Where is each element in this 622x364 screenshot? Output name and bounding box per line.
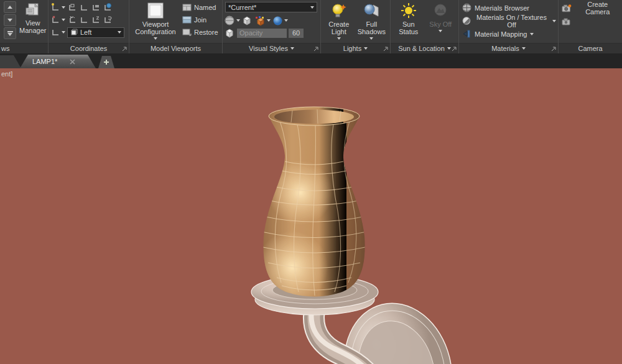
ucs-origin-icon[interactable]	[79, 2, 89, 12]
gallery-scroll-down-button[interactable]	[4, 14, 16, 26]
ucs-button[interactable]	[50, 2, 65, 12]
file-tab-lamp1[interactable]: LAMP1*	[20, 55, 96, 68]
opacity-slider[interactable]: Opacity	[237, 29, 287, 38]
view-manager-icon	[25, 2, 41, 17]
opacity-placeholder: Opacity	[239, 29, 262, 37]
create-light-button[interactable]: Create Light	[323, 1, 355, 42]
view-manager-label: View Manager	[19, 19, 46, 34]
coordinates-panel-label[interactable]: Coordinates	[49, 43, 129, 53]
full-shadows-icon	[363, 2, 380, 19]
panel-caret-icon	[364, 47, 368, 50]
visual-styles-panel-label[interactable]: Visual Styles	[223, 43, 320, 53]
visual-style-combobox[interactable]: *Current*	[225, 2, 317, 12]
ucs-3point-icon[interactable]	[103, 15, 113, 25]
materials-browser-button[interactable]: Materials Browser	[461, 1, 556, 14]
panel-launcher-icon[interactable]	[452, 47, 457, 52]
named-ucs-value: Left	[80, 29, 91, 36]
opacity-value[interactable]: 60	[289, 29, 304, 38]
edge-effects-button[interactable]	[254, 16, 271, 26]
restore-viewports-label: Restore	[194, 29, 218, 36]
restore-viewports-button[interactable]: Restore	[182, 26, 218, 39]
panel-visual-styles: *Current*	[223, 0, 321, 53]
dropdown-caret-icon	[154, 37, 157, 40]
new-tab-button[interactable]	[98, 56, 114, 68]
close-icon	[70, 59, 75, 65]
panel-launcher-icon[interactable]	[551, 47, 556, 52]
gallery-scroll-up-button[interactable]	[4, 1, 16, 13]
ucs-previous-icon[interactable]	[67, 15, 77, 25]
dropdown-caret-icon	[284, 19, 288, 22]
face-style-button[interactable]	[225, 16, 240, 26]
named-ucs-combobox[interactable]: Left	[67, 27, 124, 38]
dropdown-caret-icon	[369, 37, 373, 40]
ucs-cube-icon	[70, 29, 78, 36]
file-tab-partial[interactable]	[0, 55, 21, 68]
create-light-label: Create Light	[324, 20, 354, 35]
ribbon: View Manager ws	[0, 0, 622, 53]
view-manager-button[interactable]: View Manager	[18, 1, 47, 42]
viewport-configuration-button[interactable]: Viewport Configuration	[131, 1, 180, 41]
lighting-sphere-icon	[272, 16, 283, 26]
dropdown-caret-icon	[310, 6, 314, 9]
materials-sphere-icon	[462, 16, 471, 25]
materials-textures-toggle-label: Materials On / Textures Off	[474, 14, 549, 29]
full-shadows-button[interactable]: Full Shadows	[355, 1, 388, 42]
panel-lights: Create Light Full Shadows L	[321, 0, 391, 53]
panel-launcher-icon[interactable]	[122, 47, 127, 52]
gallery-bar-icon	[7, 31, 13, 32]
show-cameras-icon	[562, 18, 571, 25]
ucs-view-icon[interactable]	[91, 2, 101, 12]
dropdown-caret-icon	[62, 6, 65, 9]
dropdown-caret-icon	[552, 20, 556, 22]
materials-browser-icon	[462, 3, 471, 12]
ucs-icon-toggle-button[interactable]	[50, 27, 65, 37]
dropdown-caret-icon	[530, 33, 534, 35]
materials-textures-toggle-button[interactable]: Materials On / Textures Off	[461, 14, 556, 27]
panel-launcher-icon[interactable]	[383, 47, 388, 52]
model-viewports-panel-label[interactable]: Model Viewports	[129, 43, 222, 53]
dropdown-caret-icon	[118, 31, 121, 34]
dropdown-caret-icon	[62, 31, 65, 34]
ucs-x-rotate-icon	[50, 15, 60, 25]
viewport-label-fragment: ent]	[1, 70, 12, 78]
material-mapping-button[interactable]: Material Mapping	[461, 27, 556, 40]
lamp-model-canvas[interactable]	[0, 68, 622, 364]
materials-panel-label[interactable]: Materials	[459, 43, 558, 53]
panel-caret-icon	[522, 47, 526, 50]
panel-launcher-icon[interactable]	[313, 47, 318, 52]
visual-style-value: *Current*	[228, 4, 256, 11]
lights-panel-label[interactable]: Lights	[321, 43, 390, 53]
show-cameras-button[interactable]	[560, 15, 620, 29]
sun-status-button[interactable]: Sun Status	[394, 1, 423, 42]
join-viewports-button[interactable]: Join	[182, 14, 218, 26]
create-camera-label: Create Camera	[575, 1, 620, 16]
camera-panel-label[interactable]: Camera	[559, 43, 622, 53]
views-panel-label[interactable]: ws	[0, 43, 48, 53]
edge-effects-cube-icon	[254, 16, 266, 26]
sun-location-panel-label[interactable]: Sun & Location	[391, 43, 458, 53]
panel-materials: Materials Browser Materials On / Texture…	[459, 0, 559, 53]
materials-browser-label: Materials Browser	[475, 4, 529, 12]
tab-close-button[interactable]	[70, 59, 75, 65]
dropdown-caret-icon	[267, 19, 271, 22]
sky-off-button[interactable]: Sky Off	[426, 1, 455, 42]
viewport-3d[interactable]: ent]	[0, 68, 622, 364]
culling-cube-icon[interactable]	[242, 16, 253, 26]
dropdown-caret-icon	[439, 30, 442, 32]
lighting-quality-button[interactable]	[272, 16, 288, 26]
xray-cube-icon[interactable]	[225, 28, 235, 39]
gallery-expand-button[interactable]	[4, 27, 16, 39]
named-viewports-button[interactable]: Named	[182, 1, 218, 14]
ucs-named-icon[interactable]	[67, 2, 77, 12]
ucs-object-icon[interactable]	[79, 15, 89, 25]
create-camera-button[interactable]: Create Camera	[560, 1, 620, 15]
autocad-window: View Manager ws	[0, 0, 622, 364]
sun-status-label: Sun Status	[396, 20, 422, 35]
create-camera-icon	[562, 4, 572, 12]
ucs-world-icon[interactable]	[103, 2, 113, 12]
ucs-x-rotate-button[interactable]	[50, 15, 65, 25]
vase-model[interactable]	[256, 106, 373, 304]
ucs-display-icon	[50, 27, 60, 37]
sun-icon	[401, 2, 417, 19]
ucs-z-axis-icon[interactable]	[91, 15, 101, 25]
